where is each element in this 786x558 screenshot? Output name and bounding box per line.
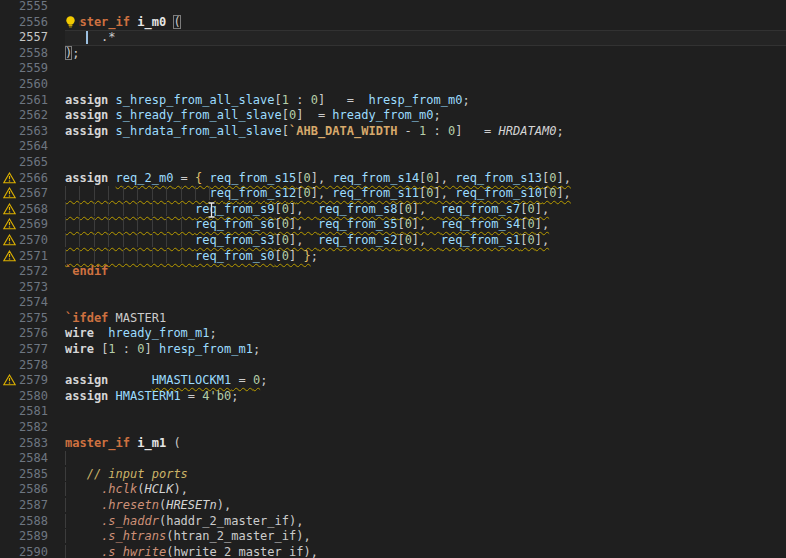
identifier-token: req_from_s3 [195,233,274,247]
plain-token: [ [275,202,282,216]
line-number[interactable]: 2581 [0,404,65,420]
code-line-content[interactable] [65,404,786,420]
line-number[interactable]: 2573 [0,280,65,296]
line-number[interactable]: 2569 [0,217,65,233]
code-line-content[interactable]: assign s_hready_from_all_slave[0] = hrea… [65,108,786,124]
identifier-token: req_from_s0 [195,249,274,263]
plain-token [79,498,101,512]
number-token: 0 [282,249,289,263]
line-number[interactable]: 2571 [0,249,65,265]
line-number[interactable]: 2586 [0,482,65,498]
line-number[interactable]: 2587 [0,498,65,514]
line-number[interactable]: 2585 [0,467,65,483]
line-number[interactable]: 2577 [0,342,65,358]
code-line-content[interactable] [65,451,786,467]
code-line: 2583master_if i_m1 ( [0,436,786,452]
code-line-content[interactable]: assign HMASTLOCKM1 = 0; [65,373,786,389]
line-number[interactable]: 2590 [0,545,65,558]
code-line-content[interactable] [65,0,786,15]
plain-token: [ [275,217,282,231]
code-line-content[interactable]: wire hready_from_m1; [65,326,786,342]
plain-token: ), [303,545,317,558]
code-line-content[interactable]: .s_hwrite(hwrite_2_master_if), [65,545,786,558]
line-number[interactable]: 2572 [0,264,65,280]
number-token: 0 [282,233,289,247]
code-line-content[interactable]: .s_htrans(htran_2_master_if), [65,529,786,545]
line-number[interactable]: 2557 [0,30,65,46]
code-line-content[interactable]: // input ports [65,467,786,483]
line-number[interactable]: 2562 [0,108,65,124]
code-line-content[interactable]: .hclk(HCLK), [65,482,786,498]
code-line-content[interactable]: master_if i_m0 ( [65,15,786,31]
code-line-content[interactable] [65,358,786,374]
code-line-content[interactable]: .hresetn(HRESETn), [65,498,786,514]
code-line: 2565 [0,155,786,171]
line-number[interactable]: 2584 [0,451,65,467]
code-line-content[interactable] [65,61,786,77]
line-number[interactable]: 2575 [0,311,65,327]
code-line-content[interactable]: assign s_hrdata_from_all_slave[`AHB_DATA… [65,124,786,140]
code-line-content[interactable]: `endif [65,264,786,280]
code-line-content[interactable]: .* [65,30,786,46]
line-number[interactable]: 2555 [0,0,65,15]
number-token: 0 [426,171,433,185]
instance-name-token: i_m0 [137,15,166,29]
code-line-content[interactable] [65,139,786,155]
code-line-content[interactable]: assign s_hresp_from_all_slave[1 : 0] = h… [65,93,786,109]
code-line-content[interactable] [65,280,786,296]
number-token: 0 [527,202,534,216]
line-number[interactable]: 2556 [0,15,65,31]
line-number[interactable]: 2570 [0,233,65,249]
indent-whitespace [65,482,79,496]
plain-token: ; [434,108,441,122]
line-number[interactable]: 2561 [0,93,65,109]
code-line-content[interactable] [65,420,786,436]
code-line: 2555 [0,0,786,15]
line-number[interactable]: 2574 [0,295,65,311]
code-line-content[interactable] [65,155,786,171]
line-number[interactable]: 2559 [0,61,65,77]
line-number[interactable]: 2558 [0,46,65,62]
code-line-content[interactable]: master_if i_m1 ( [65,436,786,452]
line-number[interactable]: 2579 [0,373,65,389]
line-number[interactable]: 2560 [0,77,65,93]
code-line-content[interactable]: assign HMASTERM1 = 4'b0; [65,389,786,405]
line-number[interactable]: 2589 [0,529,65,545]
code-line-content[interactable]: wire [1 : 0] hresp_from_m1; [65,342,786,358]
line-number[interactable]: 2578 [0,358,65,374]
code-line-content[interactable]: req_from_s3[0], req_from_s2[0], req_from… [65,233,786,249]
line-number[interactable]: 2588 [0,514,65,530]
number-token: 0 [303,186,310,200]
code-line-content[interactable]: req_from_s0[0] }; [65,249,786,265]
line-number[interactable]: 2564 [0,139,65,155]
line-number[interactable]: 2565 [0,155,65,171]
code-line-content[interactable]: req_from_s9[0], req_from_s8[0], req_from… [65,202,786,218]
code-line-content[interactable] [65,77,786,93]
plain-token [79,514,101,528]
line-number[interactable]: 2580 [0,389,65,405]
identifier-token: s_hready_from_all_slave [116,108,282,122]
line-number[interactable]: 2582 [0,420,65,436]
code-line-content[interactable]: req_from_s12[0], req_from_s11[0], req_fr… [65,186,786,202]
line-number[interactable]: 2563 [0,124,65,140]
line-number[interactable]: 2576 [0,326,65,342]
code-editor[interactable]: 25552556master_if i_m0 ( 2557 .*2558);25… [0,0,786,558]
lightbulb-icon[interactable] [64,15,79,30]
line-number[interactable]: 2568 [0,202,65,218]
line-number[interactable]: 2567 [0,186,65,202]
line-number[interactable]: 2583 [0,436,65,452]
code-line-content[interactable] [65,295,786,311]
plain-token: .* [65,30,116,44]
indent-whitespace [65,217,195,231]
code-line-content[interactable]: req_from_s6[0], req_from_s5[0], req_from… [65,217,786,233]
macro-arg-token: HCLK [145,482,174,496]
code-line-content[interactable]: `ifdef MASTER1 [65,311,786,327]
code-line-content[interactable]: assign req_2_m0 = { req_from_s15[0], req… [65,171,786,187]
code-line-content[interactable]: ); [65,46,786,62]
plain-token: [ [397,202,404,216]
warning-triangle-icon [3,203,16,215]
identifier-token: req_from_s2 [318,233,397,247]
code-line-content[interactable]: .s_haddr(haddr_2_master_if), [65,514,786,530]
line-number[interactable]: 2566 [0,171,65,187]
plain-token: htran_2_master_if [173,529,296,543]
